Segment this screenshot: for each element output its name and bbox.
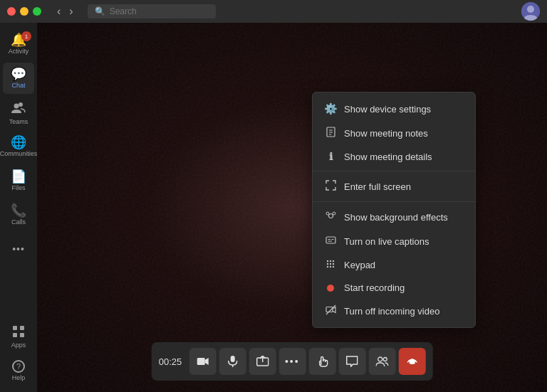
- svg-rect-4: [13, 326, 17, 330]
- svg-rect-6: [13, 333, 17, 337]
- menu-item-label: Keypad: [344, 260, 375, 270]
- menu-item-label: Show meeting notes: [344, 128, 428, 139]
- activity-badge: 1: [21, 31, 31, 41]
- menu-item-label: Turn on live captions: [344, 236, 429, 247]
- nav-buttons: ‹ ›: [54, 4, 76, 19]
- svg-point-2: [19, 102, 23, 107]
- help-label: Help: [12, 374, 26, 381]
- chat-label: Chat: [11, 82, 25, 89]
- titlebar: ‹ › 🔍: [0, 0, 547, 23]
- svg-point-1: [527, 6, 534, 13]
- menu-item-enter-full-screen[interactable]: Enter full screen: [313, 174, 475, 198]
- close-button[interactable]: [7, 7, 16, 16]
- menu-item-show-device-settings[interactable]: ⚙️ Show device settings: [313, 97, 475, 121]
- menu-item-turn-on-live-captions[interactable]: Turn on live captions: [313, 229, 475, 253]
- svg-rect-15: [326, 237, 335, 243]
- call-timer: 00:25: [159, 356, 182, 367]
- sidebar-item-teams[interactable]: Teams: [3, 97, 34, 128]
- meeting-details-icon: ℹ: [324, 151, 337, 162]
- sidebar-item-apps[interactable]: Apps: [3, 321, 34, 352]
- avatar[interactable]: [521, 2, 540, 21]
- participants-button[interactable]: [368, 348, 395, 375]
- nav-forward-button[interactable]: ›: [66, 4, 75, 19]
- sidebar-item-more[interactable]: •••: [3, 233, 34, 265]
- background-effects-icon: [324, 211, 337, 223]
- end-call-button[interactable]: [398, 348, 425, 375]
- raise-hand-button[interactable]: [308, 348, 335, 375]
- teams-label: Teams: [9, 118, 28, 125]
- maximize-button[interactable]: [33, 7, 41, 16]
- search-bar-container: 🔍: [88, 4, 216, 18]
- svg-point-24: [333, 263, 334, 265]
- menu-item-label: Show background effects: [344, 212, 448, 223]
- sidebar-item-help[interactable]: ? Help: [3, 355, 34, 386]
- svg-point-19: [327, 260, 328, 262]
- live-captions-icon: [324, 235, 337, 248]
- full-screen-icon: [324, 180, 337, 193]
- apps-label: Apps: [11, 341, 26, 349]
- more-options-button[interactable]: •••: [278, 348, 306, 375]
- svg-rect-5: [20, 326, 24, 330]
- device-settings-icon: ⚙️: [324, 102, 337, 115]
- svg-point-36: [383, 358, 387, 361]
- files-label: Files: [11, 184, 25, 191]
- svg-point-20: [330, 260, 331, 262]
- svg-point-13: [326, 212, 329, 215]
- menu-item-show-meeting-notes[interactable]: Show meeting notes: [313, 121, 475, 145]
- sidebar-item-files[interactable]: 📄 Files: [3, 165, 34, 196]
- menu-item-show-background-effects[interactable]: Show background effects: [313, 205, 475, 229]
- camera-button[interactable]: [189, 348, 216, 375]
- files-icon: 📄: [11, 170, 26, 183]
- svg-point-35: [377, 357, 382, 361]
- menu-item-label: Enter full screen: [344, 181, 411, 192]
- meeting-notes-icon: [324, 127, 337, 139]
- context-menu: ⚙️ Show device settings Show meeting not…: [312, 92, 476, 328]
- traffic-lights: [7, 7, 41, 16]
- svg-point-21: [333, 260, 334, 262]
- menu-item-keypad[interactable]: Keypad: [313, 253, 475, 277]
- search-input[interactable]: [110, 6, 209, 16]
- menu-item-turn-off-incoming-video[interactable]: Turn off incoming video: [313, 299, 475, 323]
- help-icon: ?: [12, 360, 25, 373]
- menu-item-show-meeting-details[interactable]: ℹ Show meeting details: [313, 145, 475, 168]
- share-screen-button[interactable]: [249, 348, 276, 375]
- nav-back-button[interactable]: ‹: [54, 4, 63, 19]
- more-icon: •••: [12, 244, 25, 254]
- calls-label: Calls: [11, 218, 26, 226]
- svg-rect-31: [230, 356, 234, 362]
- teams-icon: [11, 100, 26, 117]
- minimize-button[interactable]: [20, 7, 28, 16]
- sidebar-bottom: Apps ? Help: [3, 321, 34, 386]
- sidebar-item-calls[interactable]: 📞 Calls: [3, 199, 34, 231]
- record-dot: [327, 285, 334, 292]
- menu-item-label: Show meeting details: [344, 152, 432, 162]
- calls-icon: 📞: [11, 204, 26, 217]
- sidebar: 🔔 Activity 1 💬 Chat Teams 🌐 Commun: [0, 23, 37, 392]
- sidebar-item-chat[interactable]: 💬 Chat: [3, 63, 34, 94]
- keypad-icon: [324, 259, 337, 271]
- communities-label: Communities: [0, 150, 37, 157]
- svg-rect-7: [20, 333, 24, 337]
- call-toolbar: 00:25: [152, 342, 433, 381]
- main-content: ⚙️ Show device settings Show meeting not…: [37, 23, 547, 392]
- svg-point-3: [14, 103, 19, 108]
- activity-label: Activity: [9, 48, 29, 55]
- menu-item-label: Turn off incoming video: [344, 306, 439, 317]
- svg-point-25: [327, 266, 328, 267]
- menu-divider-2: [313, 201, 475, 202]
- svg-point-23: [330, 263, 331, 265]
- sidebar-item-communities[interactable]: 🌐 Communities: [3, 131, 34, 162]
- search-icon: 🔍: [95, 6, 105, 16]
- svg-point-22: [327, 263, 328, 265]
- menu-item-start-recording[interactable]: Start recording: [313, 277, 475, 299]
- app-layout: 🔔 Activity 1 💬 Chat Teams 🌐 Commun: [0, 23, 547, 392]
- chat-icon: 💬: [11, 68, 26, 80]
- mic-button[interactable]: [219, 348, 246, 375]
- chat-button[interactable]: [338, 348, 365, 375]
- communities-icon: 🌐: [11, 136, 26, 149]
- menu-divider-1: [313, 171, 475, 171]
- incoming-video-icon: [324, 304, 337, 317]
- sidebar-item-activity[interactable]: 🔔 Activity 1: [3, 28, 34, 60]
- svg-rect-30: [197, 358, 204, 365]
- svg-point-14: [333, 212, 335, 215]
